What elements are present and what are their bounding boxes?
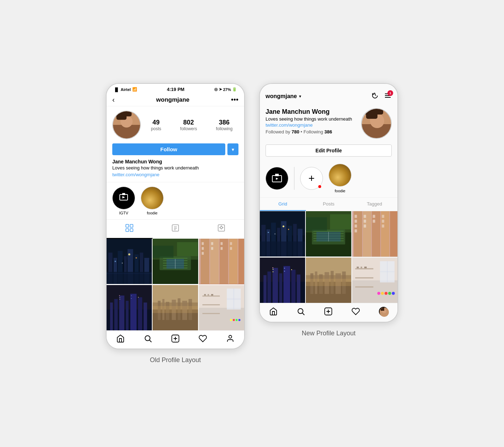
follow-button[interactable]: Follow	[112, 143, 225, 155]
highlight-foodie-old[interactable]: foodie	[141, 187, 164, 215]
avatar-old[interactable]	[112, 111, 141, 139]
tab-grid-old[interactable]	[107, 220, 153, 239]
food-visual-old	[141, 187, 163, 209]
bullet-separator: •	[300, 129, 303, 134]
svg-rect-203	[355, 268, 373, 269]
grid-cell-2-old[interactable]	[153, 239, 198, 284]
svg-rect-56	[219, 239, 228, 284]
following-count: 386	[219, 119, 230, 126]
profile-link-new[interactable]: twitter.com/wongmjane	[266, 122, 357, 128]
svg-rect-126	[275, 174, 277, 176]
followers-count: 802	[183, 119, 194, 126]
nav-heart-new[interactable]	[351, 307, 360, 316]
followers-label: followers	[180, 126, 197, 131]
more-button-old[interactable]: •••	[231, 96, 238, 104]
svg-point-82	[138, 297, 139, 298]
svg-rect-178	[273, 268, 278, 303]
search-icon-old	[144, 334, 152, 343]
svg-rect-154	[306, 217, 327, 231]
grid-cell-3-new[interactable]	[352, 211, 397, 256]
nav-home-old[interactable]	[116, 334, 125, 343]
back-button-old[interactable]: ‹	[112, 96, 115, 104]
tagged-icon-old	[217, 224, 225, 234]
svg-line-111	[149, 340, 151, 342]
tab-tagged-new[interactable]: Tagged	[351, 198, 397, 211]
svg-rect-182	[297, 274, 300, 303]
svg-rect-44	[163, 258, 188, 259]
svg-rect-177	[267, 271, 271, 303]
svg-rect-97	[202, 295, 220, 296]
grid-cell-6-new[interactable]	[352, 258, 397, 303]
grid-cell-4-old[interactable]	[107, 285, 152, 330]
svg-point-141	[288, 229, 289, 230]
followed-by-count: 780	[292, 129, 299, 134]
svg-rect-80	[131, 298, 132, 299]
history-icon-new[interactable]	[371, 92, 379, 101]
photo-desert-old	[153, 285, 198, 330]
highlight-add-new[interactable]: +	[300, 167, 323, 190]
location-icon: ◎	[214, 87, 218, 92]
svg-rect-179	[279, 273, 282, 303]
svg-point-215	[381, 291, 384, 294]
username-old: wongmjane	[156, 96, 190, 103]
grid-cell-3-old[interactable]	[199, 239, 244, 284]
svg-rect-170	[372, 220, 375, 223]
grid-cell-1-new[interactable]	[260, 211, 305, 256]
desert-svg-new	[306, 258, 351, 303]
wifi-icon: 📶	[132, 87, 137, 92]
photo-grid-old	[107, 239, 244, 330]
igtv-svg-new	[271, 172, 283, 184]
follow-dropdown-button[interactable]: ▾	[227, 143, 238, 155]
tab-tagged-old[interactable]	[198, 220, 244, 239]
tab-posts-new[interactable]: Posts	[306, 198, 352, 211]
grid-cell-1-old[interactable]	[107, 239, 152, 284]
grid-cell-5-old[interactable]	[153, 285, 198, 330]
tab-post-old[interactable]	[153, 220, 199, 239]
highlight-igtv-new[interactable]	[266, 167, 288, 190]
battery-level: 27%	[223, 87, 231, 92]
grid-cell-5-new[interactable]	[306, 258, 351, 303]
svg-point-115	[229, 335, 232, 338]
nav-home-new[interactable]	[269, 307, 278, 316]
status-right-old: ◎ ➤ 27% 🔋	[214, 87, 237, 92]
highlight-igtv-old[interactable]: IGTV	[112, 187, 135, 215]
svg-rect-98	[202, 304, 220, 305]
svg-rect-66	[230, 242, 232, 245]
follow-row: Follow ▾	[112, 143, 238, 155]
svg-rect-127	[277, 174, 279, 176]
nav-search-old[interactable]	[144, 334, 152, 343]
svg-rect-225	[381, 308, 384, 311]
edit-profile-button[interactable]: Edit Profile	[266, 144, 392, 157]
avatar-new[interactable]	[361, 108, 392, 139]
svg-rect-73	[126, 301, 129, 330]
svg-rect-54	[201, 239, 209, 284]
svg-rect-124	[364, 109, 383, 115]
svg-rect-71	[114, 299, 118, 330]
grid-svg-old	[125, 224, 133, 232]
chevron-icon-new[interactable]: ▾	[299, 94, 301, 99]
status-bar-old: ▐▌ Airtel 📶 4:19 PM ◎ ➤ 27% 🔋	[107, 84, 244, 93]
posts-count: 49	[153, 119, 160, 126]
tab-grid-new[interactable]: Grid	[260, 198, 306, 211]
grid-cell-6-old[interactable]	[199, 285, 244, 330]
svg-point-36	[115, 261, 116, 262]
grid-cell-4-new[interactable]	[260, 258, 305, 303]
nav-search-new[interactable]	[297, 307, 305, 316]
tabs-row-old	[107, 219, 244, 239]
new-layout-wrapper: wongmjane ▾	[259, 83, 398, 337]
nav-add-new[interactable]	[324, 307, 333, 316]
notification-badge-new[interactable]: 1	[384, 92, 392, 101]
nav-profile-old[interactable]	[226, 334, 235, 343]
add-icon-new	[324, 307, 333, 316]
add-circle-new[interactable]: +	[300, 167, 323, 190]
nav-profile-new[interactable]	[379, 307, 388, 316]
svg-rect-51	[153, 246, 174, 258]
photo-aerial-old	[153, 239, 198, 284]
nav-add-old[interactable]	[171, 334, 180, 343]
profile-link-old[interactable]: twitter.com/wongmjane	[112, 172, 159, 177]
nav-heart-old[interactable]	[199, 334, 207, 343]
svg-rect-185	[284, 268, 285, 268]
new-phone-frame: wongmjane ▾	[259, 83, 398, 322]
grid-cell-2-new[interactable]	[306, 211, 351, 256]
highlight-foodie-new[interactable]: foodie	[329, 164, 351, 193]
